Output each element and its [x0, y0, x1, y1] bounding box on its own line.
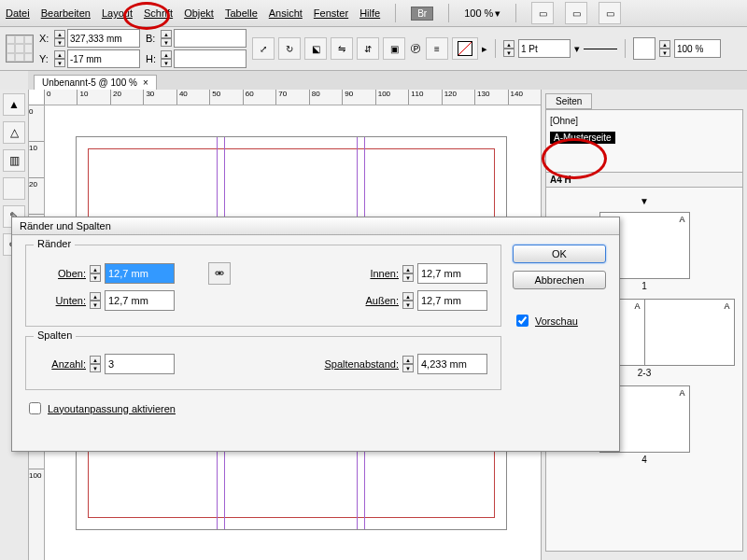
dropdown-icon[interactable]: ▾: [574, 43, 580, 55]
document-tab-strip: Unbenannt-5 @ 100 % ×: [28, 71, 747, 90]
cancel-button[interactable]: Abbrechen: [513, 271, 606, 289]
selection-tool[interactable]: ▲: [3, 93, 25, 116]
menu-schrift[interactable]: Schrift: [144, 7, 173, 19]
h-input[interactable]: [174, 49, 247, 68]
menu-datei[interactable]: Datei: [6, 7, 30, 19]
anzahl-input[interactable]: [105, 354, 175, 374]
document-tab-label: Unbenannt-5 @ 100 %: [42, 77, 137, 88]
zoom2-spinner[interactable]: ▲▼: [659, 40, 670, 57]
p-icon[interactable]: ℗: [409, 41, 422, 56]
margins-fieldset: Ränder Oben: ▲▼ ⚮ Innen: ▲▼: [25, 245, 501, 327]
page-tool[interactable]: ▥: [3, 149, 25, 172]
screen-mode-icon[interactable]: ▭: [531, 2, 554, 24]
b-label: B:: [146, 33, 159, 44]
shear-tool-icon[interactable]: ⬕: [304, 37, 327, 60]
innen-label: Innen:: [352, 268, 399, 279]
fill-none-icon[interactable]: [633, 37, 655, 60]
b-spinner[interactable]: ▲▼: [161, 30, 172, 47]
h-label: H:: [146, 53, 159, 64]
preview-checkbox-row[interactable]: Vorschau: [513, 312, 606, 329]
aussen-label: Außen:: [352, 295, 399, 306]
h-spinner[interactable]: ▲▼: [161, 50, 172, 67]
unten-label: Unten:: [39, 295, 86, 306]
separator: [495, 39, 496, 58]
y-label: Y:: [39, 53, 52, 64]
anzahl-spinner[interactable]: ▲▼: [90, 356, 101, 372]
x-input[interactable]: [67, 29, 140, 48]
stroke-style[interactable]: [584, 49, 617, 49]
fieldset-label: Ränder: [34, 238, 75, 249]
y-spinner[interactable]: ▲▼: [54, 50, 65, 67]
menu-objekt[interactable]: Objekt: [184, 7, 214, 19]
separator: [448, 4, 449, 22]
view-icon[interactable]: ▭: [599, 2, 621, 24]
menubar: Datei Bearbeiten Layout Schrift Objekt T…: [0, 0, 747, 27]
menu-ansicht[interactable]: Ansicht: [269, 7, 303, 19]
color-fill-icon[interactable]: [452, 37, 478, 60]
x-label: X:: [39, 33, 52, 44]
scale-tool-icon[interactable]: ⤢: [252, 37, 275, 60]
layout-adjust-check[interactable]: [29, 402, 41, 414]
select-container-icon[interactable]: ▣: [383, 37, 405, 60]
layout-adjust-checkbox[interactable]: Layoutanpassung aktivieren: [25, 399, 501, 417]
menu-bearbeiten[interactable]: Bearbeiten: [41, 7, 91, 19]
page-thumb-3[interactable]: A: [644, 299, 735, 366]
innen-input[interactable]: [417, 263, 487, 284]
abstand-label: Spaltenabstand:: [305, 358, 399, 370]
master-none[interactable]: [Ohne]: [550, 116, 739, 126]
abstand-spinner[interactable]: ▲▼: [402, 356, 414, 372]
unten-input[interactable]: [105, 290, 175, 311]
menu-layout[interactable]: Layout: [102, 7, 133, 19]
innen-spinner[interactable]: ▲▼: [402, 265, 414, 282]
ok-button[interactable]: OK: [513, 245, 606, 263]
x-spinner[interactable]: ▲▼: [54, 30, 65, 47]
stroke-weight-input[interactable]: [518, 39, 571, 58]
page-thumb-label: 4: [550, 455, 739, 465]
margins-dialog: Ränder und Spalten Ränder Oben: ▲▼ ⚮ Inn…: [11, 217, 620, 452]
arrange-icon[interactable]: ▭: [565, 2, 587, 24]
dialog-title: Ränder und Spalten: [12, 217, 619, 235]
menu-fenster[interactable]: Fenster: [314, 7, 348, 19]
columns-fieldset: Spalten Anzahl: ▲▼ Spaltenabstand: ▲▼: [25, 336, 501, 390]
unten-spinner[interactable]: ▲▼: [90, 292, 101, 309]
flip-h-icon[interactable]: ⇋: [331, 37, 353, 60]
y-input[interactable]: [67, 49, 140, 68]
preview-checkbox[interactable]: [516, 315, 529, 327]
link-margins-icon[interactable]: ⚮: [208, 262, 231, 285]
direct-selection-tool[interactable]: △: [3, 121, 25, 144]
menu-hilfe[interactable]: Hilfe: [359, 7, 380, 19]
zoom-level[interactable]: 100 %▾: [464, 7, 500, 20]
rotate-tool-icon[interactable]: ↻: [278, 37, 301, 60]
menu-tabelle[interactable]: Tabelle: [225, 7, 258, 19]
aussen-input[interactable]: [417, 290, 487, 311]
document-tab[interactable]: Unbenannt-5 @ 100 % ×: [34, 75, 157, 90]
fieldset-label: Spalten: [34, 329, 76, 341]
none: [3, 177, 25, 200]
separator: [395, 4, 396, 22]
master-a[interactable]: A-Musterseite: [550, 132, 615, 144]
horizontal-ruler: 0102030405060708090100110120130140: [44, 90, 541, 105]
pages-panel-tab[interactable]: Seiten: [545, 93, 592, 109]
expand-icon[interactable]: ▸: [482, 43, 487, 55]
zoom2-input[interactable]: [674, 39, 721, 58]
bridge-badge[interactable]: Br: [411, 7, 433, 21]
section-header: A4 H: [546, 172, 742, 188]
aussen-spinner[interactable]: ▲▼: [402, 292, 414, 309]
stroke-spinner[interactable]: ▲▼: [503, 40, 514, 57]
reference-point-grid[interactable]: [6, 35, 34, 63]
control-bar: X: ▲▼ Y: ▲▼ B: ▲▼ H: ▲▼ ⤢ ↻ ⬕ ⇋ ⇵ ▣ ℗ ≡ …: [0, 27, 747, 71]
anzahl-label: Anzahl:: [39, 358, 86, 370]
abstand-input[interactable]: [417, 354, 487, 374]
separator: [625, 39, 626, 58]
align-icon[interactable]: ≡: [426, 37, 448, 60]
flip-v-icon[interactable]: ⇵: [357, 37, 379, 60]
oben-spinner[interactable]: ▲▼: [90, 265, 101, 282]
close-tab-icon[interactable]: ×: [143, 77, 148, 88]
oben-label: Oben:: [39, 268, 86, 279]
oben-input[interactable]: [105, 263, 175, 284]
separator: [515, 4, 516, 22]
b-input[interactable]: [174, 29, 247, 48]
